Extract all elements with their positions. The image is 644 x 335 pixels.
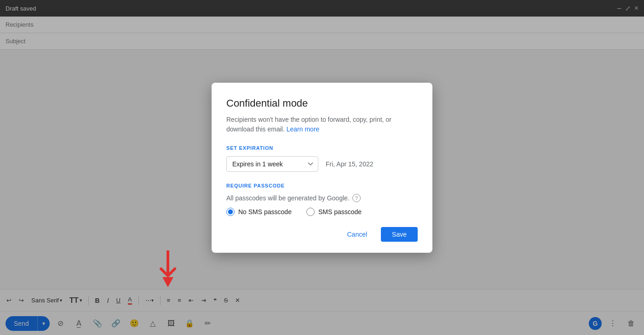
sms-option[interactable]: SMS passcode [306, 208, 362, 216]
no-sms-option[interactable]: No SMS passcode [226, 208, 292, 216]
expiration-date-display: Fri, Apr 15, 2022 [326, 160, 374, 168]
modal-title: Confidential mode [226, 97, 418, 109]
passcode-description-row: All passcodes will be generated by Googl… [226, 194, 418, 202]
modal-description: Recipients won't have the option to forw… [226, 115, 418, 134]
help-icon[interactable]: ? [352, 194, 361, 202]
expiration-row: No expiration Expires in 1 day Expires i… [226, 156, 418, 172]
no-sms-label: No SMS passcode [238, 208, 292, 216]
passcode-section: REQUIRE PASSCODE All passcodes will be g… [226, 183, 418, 216]
no-sms-radio[interactable] [226, 208, 235, 216]
passcode-description-text: All passcodes will be generated by Googl… [226, 194, 350, 202]
require-passcode-label: REQUIRE PASSCODE [226, 183, 418, 188]
modal-actions: Cancel Save [226, 227, 418, 242]
set-expiration-label: SET EXPIRATION [226, 145, 418, 151]
sms-label: SMS passcode [318, 208, 362, 216]
sms-radio[interactable] [306, 208, 315, 216]
passcode-radio-group: No SMS passcode SMS passcode [226, 208, 418, 216]
learn-more-link[interactable]: Learn more [287, 125, 320, 133]
save-button[interactable]: Save [381, 227, 418, 242]
cancel-button[interactable]: Cancel [339, 227, 375, 242]
modal-overlay: Confidential mode Recipients won't have … [0, 0, 644, 335]
expiration-select[interactable]: No expiration Expires in 1 day Expires i… [226, 156, 318, 172]
confidential-mode-modal: Confidential mode Recipients won't have … [212, 83, 432, 253]
